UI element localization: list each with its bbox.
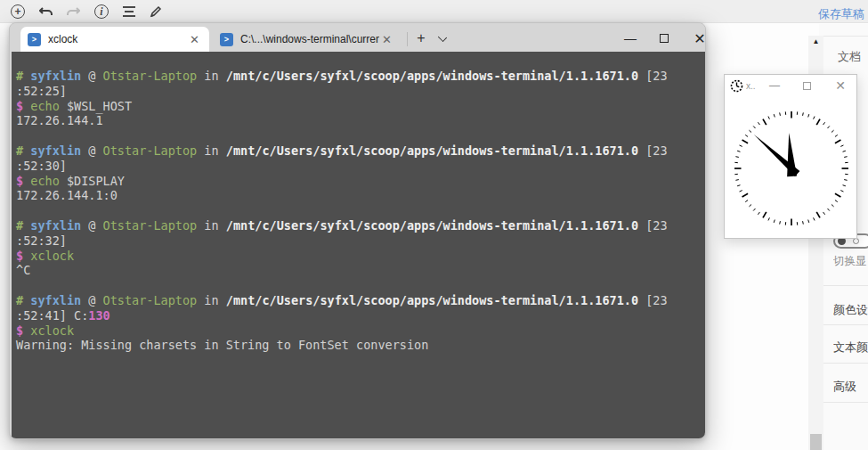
redo-icon[interactable] bbox=[64, 3, 82, 20]
add-circle-icon[interactable]: + bbox=[9, 3, 27, 20]
outline-list-icon[interactable] bbox=[120, 3, 138, 20]
terminal-window: > xclock ✕ > C:\...\windows-terminal\cur… bbox=[9, 22, 706, 439]
terminal-tab-icon: > bbox=[220, 33, 233, 46]
page: + i 保存草稿 文档 切换显 颜色设 文本颜 高级 ▲ > bbox=[0, 0, 868, 450]
maximize-button[interactable] bbox=[799, 78, 814, 93]
scrollbar-thumb[interactable] bbox=[810, 434, 822, 450]
sidebar-divider bbox=[823, 324, 868, 325]
sidebar-item-color-settings[interactable]: 颜色设 bbox=[833, 302, 868, 318]
edit-pencil-icon[interactable] bbox=[147, 3, 165, 20]
undo-icon[interactable] bbox=[37, 3, 55, 20]
sidebar-item-toggle-display: 切换显 bbox=[833, 254, 868, 269]
sidebar-divider bbox=[823, 363, 868, 364]
tab-close-icon[interactable]: ✕ bbox=[187, 33, 202, 46]
tab-xclock[interactable]: > xclock ✕ bbox=[20, 27, 209, 52]
maximize-button[interactable] bbox=[656, 30, 672, 46]
sidebar-divider bbox=[823, 36, 868, 37]
xclock-face bbox=[725, 98, 858, 240]
sidebar-item-text-color[interactable]: 文本颜 bbox=[833, 340, 868, 356]
tab-separator bbox=[407, 32, 408, 46]
tab-close-icon[interactable]: ✕ bbox=[379, 33, 394, 46]
editor-toolbar: + i 保存草稿 bbox=[0, 0, 868, 23]
close-button[interactable]: ✕ bbox=[692, 30, 706, 46]
sidebar-divider bbox=[823, 402, 868, 403]
xclock-titlebar[interactable]: x.. — ✕ bbox=[725, 75, 856, 98]
xclock-window: x.. — ✕ bbox=[724, 74, 857, 239]
terminal-tab-icon: > bbox=[28, 33, 41, 46]
clock-icon bbox=[730, 79, 743, 93]
sidebar-item-advanced[interactable]: 高级 bbox=[833, 379, 868, 395]
save-draft-button[interactable]: 保存草稿 bbox=[818, 6, 864, 22]
tab-dropdown-chevron-icon[interactable] bbox=[435, 31, 451, 45]
tab-label: xclock bbox=[48, 33, 187, 45]
terminal-output[interactable]: # syfxlin @ Otstar-Laptop in /mnt/c/User… bbox=[12, 52, 705, 438]
minimize-button[interactable]: — bbox=[622, 30, 638, 46]
scroll-up-arrow-icon[interactable]: ▲ bbox=[808, 37, 823, 45]
minimize-button[interactable]: — bbox=[767, 78, 782, 93]
sidebar-item-document[interactable]: 文档 bbox=[838, 49, 868, 65]
new-tab-button[interactable]: + bbox=[412, 29, 430, 47]
sidebar-divider bbox=[823, 285, 868, 286]
tab-label: C:\...\windows-terminal\current bbox=[240, 33, 379, 45]
tab-windows-terminal-current[interactable]: > C:\...\windows-terminal\current ✕ bbox=[213, 27, 402, 52]
xclock-title: x.. bbox=[746, 81, 756, 91]
close-button[interactable]: ✕ bbox=[833, 78, 848, 93]
info-icon[interactable]: i bbox=[93, 3, 110, 20]
terminal-titlebar[interactable]: > xclock ✕ > C:\...\windows-terminal\cur… bbox=[10, 23, 705, 52]
